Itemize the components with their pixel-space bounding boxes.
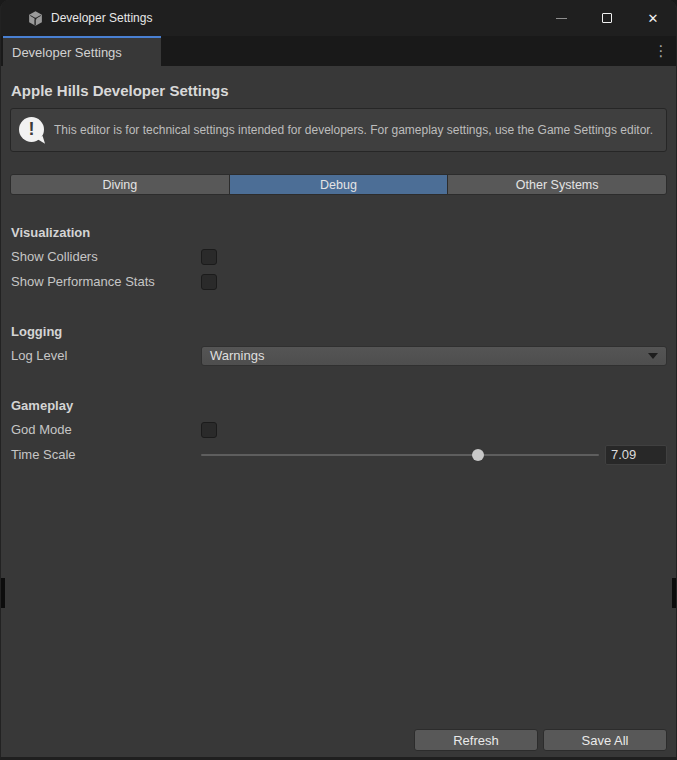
field-label: Log Level	[10, 348, 201, 363]
tab-label: Developer Settings	[12, 45, 122, 60]
tab-other-systems[interactable]: Other Systems	[448, 175, 666, 194]
time-scale-slider[interactable]	[201, 448, 599, 462]
section-visualization: Visualization Show Colliders Show Perfor…	[10, 225, 667, 294]
developer-settings-window: Developer Settings ✕ Developer Settings …	[0, 0, 677, 760]
field-label: Show Colliders	[10, 249, 201, 264]
help-box: ! This editor is for technical settings …	[10, 108, 667, 152]
category-toolbar: Diving Debug Other Systems	[10, 174, 667, 195]
background-window-edge-left	[1, 578, 5, 608]
row-show-performance-stats: Show Performance Stats	[10, 269, 667, 294]
slider-track	[201, 454, 599, 456]
save-all-button[interactable]: Save All	[543, 729, 667, 751]
tab-menu-button[interactable]: ⋮	[646, 36, 676, 66]
minimize-button[interactable]	[538, 0, 584, 36]
editor-tabbar: Developer Settings ⋮	[1, 36, 676, 66]
settings-content: Apple Hills Developer Settings ! This ed…	[1, 66, 676, 757]
section-logging: Logging Log Level Warnings	[10, 324, 667, 368]
section-title: Visualization	[11, 225, 667, 240]
row-show-colliders: Show Colliders	[10, 244, 667, 269]
kebab-menu-icon: ⋮	[654, 42, 669, 60]
row-time-scale: Time Scale 7.09	[10, 442, 667, 467]
unity-logo-icon	[27, 10, 44, 27]
dropdown-value: Warnings	[210, 348, 264, 363]
show-colliders-checkbox[interactable]	[201, 249, 217, 265]
time-scale-value: 7.09	[611, 447, 636, 462]
refresh-button[interactable]: Refresh	[414, 729, 538, 751]
row-god-mode: God Mode	[10, 417, 667, 442]
tab-diving[interactable]: Diving	[11, 175, 230, 194]
time-scale-field[interactable]: 7.09	[605, 445, 667, 465]
tab-developer-settings[interactable]: Developer Settings	[3, 36, 161, 66]
slider-thumb[interactable]	[472, 449, 484, 461]
window-title: Developer Settings	[51, 11, 152, 25]
close-icon: ✕	[648, 12, 659, 25]
page-title: Apple Hills Developer Settings	[11, 82, 666, 99]
titlebar[interactable]: Developer Settings ✕	[1, 0, 676, 36]
field-label: God Mode	[10, 422, 201, 437]
maximize-icon	[602, 13, 612, 23]
info-icon: !	[19, 117, 46, 144]
god-mode-checkbox[interactable]	[201, 422, 217, 438]
close-button[interactable]: ✕	[630, 0, 676, 36]
maximize-button[interactable]	[584, 0, 630, 36]
field-label: Time Scale	[10, 447, 201, 462]
section-title: Logging	[11, 324, 667, 339]
log-level-dropdown[interactable]: Warnings	[201, 346, 667, 366]
field-label: Show Performance Stats	[10, 274, 201, 289]
help-box-text: This editor is for technical settings in…	[54, 122, 653, 139]
footer-actions: Refresh Save All	[414, 729, 667, 751]
background-window-edge-right	[672, 578, 676, 608]
show-performance-stats-checkbox[interactable]	[201, 274, 217, 290]
chevron-down-icon	[648, 353, 658, 359]
minimize-icon	[556, 18, 567, 19]
section-title: Gameplay	[11, 398, 667, 413]
section-gameplay: Gameplay God Mode Time Scale 7.09	[10, 398, 667, 467]
tab-debug[interactable]: Debug	[230, 175, 449, 194]
row-log-level: Log Level Warnings	[10, 343, 667, 368]
